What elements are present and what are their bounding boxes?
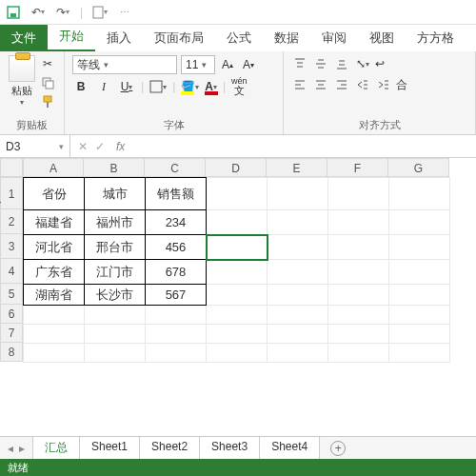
cell[interactable]: [389, 306, 450, 325]
col-header[interactable]: E: [267, 158, 327, 177]
cell[interactable]: 销售额: [146, 178, 207, 210]
cell[interactable]: [328, 178, 389, 210]
cell[interactable]: 456: [146, 235, 207, 260]
cell[interactable]: [207, 306, 268, 325]
tab-file[interactable]: 文件: [0, 25, 48, 51]
row-header[interactable]: 5: [0, 284, 23, 305]
cell[interactable]: [207, 344, 268, 363]
redo-icon[interactable]: ↷▾: [55, 5, 70, 20]
row-header[interactable]: 4: [0, 259, 23, 284]
col-header[interactable]: D: [206, 158, 267, 177]
cell[interactable]: [328, 285, 389, 306]
cell[interactable]: 福建省: [24, 210, 85, 235]
bold-button[interactable]: B: [72, 78, 89, 95]
font-name-combo[interactable]: 等线▾: [72, 55, 177, 74]
cell[interactable]: [389, 285, 450, 306]
worksheet-grid[interactable]: ABCDEFG 12345678 ➔ 省份城市销售额福建省福州市234河北省邢台…: [0, 158, 476, 434]
col-header[interactable]: B: [84, 158, 145, 177]
tab-data[interactable]: 数据: [263, 25, 310, 51]
cell[interactable]: 省份: [24, 178, 85, 210]
wrap-text-icon[interactable]: ↩: [375, 55, 385, 72]
col-header[interactable]: F: [327, 158, 388, 177]
col-header[interactable]: A: [23, 158, 84, 177]
orientation-icon[interactable]: ⤡▾: [354, 55, 371, 72]
cell[interactable]: [268, 260, 328, 285]
align-left-icon[interactable]: [291, 76, 308, 93]
cell[interactable]: [268, 210, 328, 235]
cell[interactable]: [268, 344, 328, 363]
tab-home[interactable]: 开始: [48, 23, 95, 51]
cell[interactable]: [85, 306, 146, 325]
decrease-font-icon[interactable]: A▾: [240, 56, 257, 73]
increase-indent-icon[interactable]: [375, 76, 392, 93]
fill-color-button[interactable]: 🪣▾: [181, 78, 199, 95]
cell[interactable]: [268, 235, 328, 260]
cell[interactable]: [268, 285, 328, 306]
cell[interactable]: [207, 260, 268, 285]
cell[interactable]: 678: [146, 260, 207, 285]
fx-cancel-icon[interactable]: ✕: [78, 140, 88, 153]
underline-button[interactable]: U▾: [118, 78, 135, 95]
cell[interactable]: 福州市: [85, 210, 146, 235]
cell[interactable]: 长沙市: [85, 285, 146, 306]
align-right-icon[interactable]: [333, 76, 350, 93]
cell[interactable]: [328, 210, 389, 235]
border-button[interactable]: ▾: [149, 78, 167, 95]
sheet-nav-next-icon[interactable]: ▸: [19, 442, 25, 455]
cell[interactable]: 江门市: [85, 260, 146, 285]
cell[interactable]: [207, 210, 268, 235]
cell[interactable]: 河北省: [24, 235, 85, 260]
cell[interactable]: [207, 325, 268, 344]
cell[interactable]: 湖南省: [24, 285, 85, 306]
cell[interactable]: [85, 325, 146, 344]
cell[interactable]: [389, 344, 450, 363]
cell[interactable]: [328, 235, 389, 260]
cell[interactable]: [207, 235, 268, 260]
sheet-tab[interactable]: 汇总: [32, 436, 80, 461]
row-header[interactable]: 7: [0, 324, 23, 343]
sheet-tab[interactable]: Sheet2: [139, 436, 200, 461]
cell[interactable]: [268, 306, 328, 325]
align-center-icon[interactable]: [312, 76, 329, 93]
cell[interactable]: [24, 306, 85, 325]
cell[interactable]: [85, 344, 146, 363]
cell[interactable]: [389, 210, 450, 235]
cell[interactable]: [268, 325, 328, 344]
sheet-tab[interactable]: Sheet3: [199, 436, 260, 461]
select-all-corner[interactable]: [0, 158, 23, 177]
sheet-tab[interactable]: Sheet4: [259, 436, 320, 461]
cell[interactable]: 567: [146, 285, 207, 306]
row-header[interactable]: 6: [0, 305, 23, 324]
phonetic-icon[interactable]: wén文: [231, 78, 248, 95]
row-header[interactable]: 2: [0, 209, 23, 234]
fx-confirm-icon[interactable]: ✓: [95, 140, 105, 153]
undo-icon[interactable]: ↶▾: [30, 5, 46, 20]
add-sheet-button[interactable]: +: [330, 441, 346, 456]
merge-button[interactable]: 合: [396, 76, 407, 93]
doc-icon[interactable]: ▾: [92, 5, 108, 20]
row-header[interactable]: 3: [0, 234, 23, 259]
tab-insert[interactable]: 插入: [95, 25, 143, 51]
cell[interactable]: [328, 325, 389, 344]
cell[interactable]: [389, 260, 450, 285]
cell[interactable]: [24, 344, 85, 363]
tab-review[interactable]: 审阅: [310, 25, 358, 51]
tab-layout[interactable]: 页面布局: [143, 25, 215, 51]
cell[interactable]: [328, 306, 389, 325]
sheet-tab[interactable]: Sheet1: [79, 436, 140, 461]
decrease-indent-icon[interactable]: [354, 76, 371, 93]
cell[interactable]: [146, 325, 207, 344]
cell[interactable]: 234: [146, 210, 207, 235]
qat-overflow-icon[interactable]: ⋯: [117, 5, 132, 20]
cell[interactable]: [268, 178, 328, 210]
copy-icon[interactable]: [39, 74, 56, 91]
font-color-button[interactable]: A▾: [205, 78, 217, 95]
cell[interactable]: [328, 344, 389, 363]
align-bottom-icon[interactable]: [333, 55, 350, 72]
cell[interactable]: [389, 235, 450, 260]
cell[interactable]: [207, 285, 268, 306]
cell[interactable]: 城市: [85, 178, 146, 210]
cell[interactable]: [389, 325, 450, 344]
cell[interactable]: 广东省: [24, 260, 85, 285]
row-header[interactable]: 8: [0, 343, 23, 362]
